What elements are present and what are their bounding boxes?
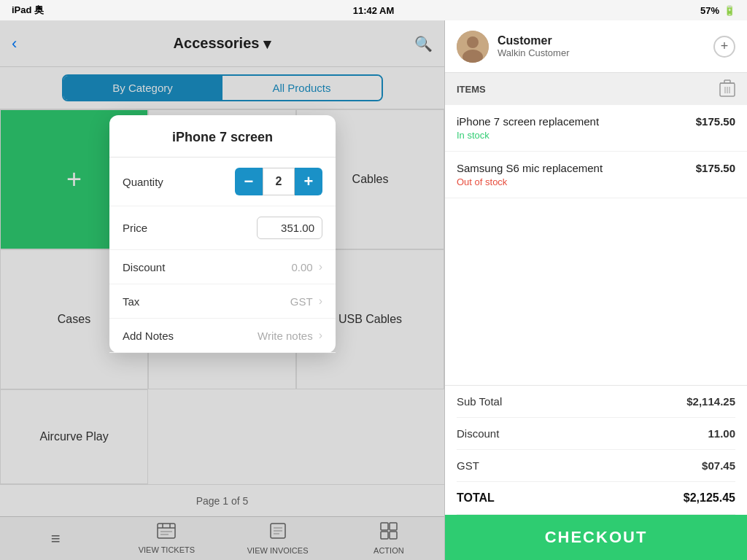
price-input[interactable] — [257, 217, 322, 239]
items-header: ITEMS — [445, 73, 747, 105]
popup-card: iPhone 7 screen Quantity − 2 + Price Dis… — [109, 115, 336, 353]
quantity-controls: − 2 + — [235, 168, 322, 195]
checkout-button[interactable]: CHECKOUT — [445, 515, 747, 560]
subtotal-label: Sub Total — [457, 395, 502, 408]
discount-chevron: › — [319, 260, 322, 273]
popup-price-row: Price — [109, 206, 336, 250]
total-value: $2,125.45 — [684, 491, 735, 505]
customer-avatar — [457, 31, 489, 63]
quantity-value: 2 — [263, 168, 295, 195]
order-item-iphone: iPhone 7 screen replacement In stock $17… — [445, 105, 747, 152]
discount-row-value: 0.00 › — [291, 260, 322, 273]
popup-overlay: iPhone 7 screen Quantity − 2 + Price Dis… — [0, 20, 445, 560]
items-section: ITEMS iPhone 7 screen — [445, 73, 747, 385]
item-status-iphone: In stock — [457, 130, 599, 141]
totals-section: Sub Total $2,114.25 Discount 11.00 GST $… — [445, 385, 747, 515]
popup-discount-row[interactable]: Discount 0.00 › — [109, 250, 336, 284]
item-name-samsung: Samsung S6 mic replacement — [457, 162, 603, 174]
discount-label: Discount — [457, 427, 499, 440]
svg-point-15 — [467, 36, 479, 48]
subtotal-value: $2,114.25 — [686, 395, 735, 408]
status-bar-left: iPad 奥 — [12, 4, 44, 17]
delete-icon[interactable] — [719, 79, 735, 99]
notes-value: Write notes › — [258, 329, 322, 342]
total-row: TOTAL $2,125.45 — [457, 482, 735, 515]
status-bar: iPad 奥 11:42 AM 57% 🔋 — [0, 0, 747, 20]
tax-label: Tax — [123, 295, 139, 308]
notes-chevron: › — [319, 329, 322, 342]
items-label: ITEMS — [457, 84, 486, 95]
item-price-samsung: $175.50 — [696, 162, 735, 187]
popup-notes-row[interactable]: Add Notes Write notes › — [109, 319, 336, 353]
customer-info: Customer Walkin Customer — [498, 34, 705, 58]
subtotal-row: Sub Total $2,114.25 — [457, 386, 735, 418]
status-bar-time: 11:42 AM — [353, 5, 395, 16]
popup-tax-row[interactable]: Tax GST › — [109, 284, 336, 319]
wifi-signal: iPad 奥 — [12, 4, 44, 17]
item-name-iphone: iPhone 7 screen replacement — [457, 115, 599, 128]
total-label: TOTAL — [457, 491, 495, 505]
tax-chevron: › — [319, 295, 322, 308]
gst-row: GST $07.45 — [457, 450, 735, 482]
quantity-decrement[interactable]: − — [235, 168, 263, 195]
battery-label: 57% — [700, 5, 719, 16]
right-panel: Customer Walkin Customer + ITEMS — [445, 20, 747, 560]
customer-sub: Walkin Customer — [498, 47, 705, 58]
price-label: Price — [123, 222, 147, 234]
add-customer-button[interactable]: + — [713, 36, 735, 58]
item-price-iphone: $175.50 — [696, 115, 735, 141]
popup-title: iPhone 7 screen — [109, 130, 336, 158]
quantity-label: Quantity — [123, 176, 163, 188]
customer-name: Customer — [498, 34, 705, 47]
gst-value: $07.45 — [702, 459, 735, 472]
tax-value: GST › — [290, 295, 322, 308]
discount-value: 11.00 — [708, 427, 735, 440]
battery-icon: 🔋 — [724, 5, 735, 16]
gst-label: GST — [457, 459, 479, 472]
item-status-samsung: Out of stock — [457, 176, 603, 187]
discount-row: Discount 11.00 — [457, 418, 735, 450]
discount-row-label: Discount — [123, 261, 165, 273]
status-bar-right: 57% 🔋 — [700, 5, 735, 16]
order-item-samsung: Samsung S6 mic replacement Out of stock … — [445, 152, 747, 198]
notes-label: Add Notes — [123, 330, 174, 342]
customer-header: Customer Walkin Customer + — [445, 20, 747, 73]
popup-quantity-row: Quantity − 2 + — [109, 158, 336, 206]
quantity-increment[interactable]: + — [295, 168, 322, 195]
